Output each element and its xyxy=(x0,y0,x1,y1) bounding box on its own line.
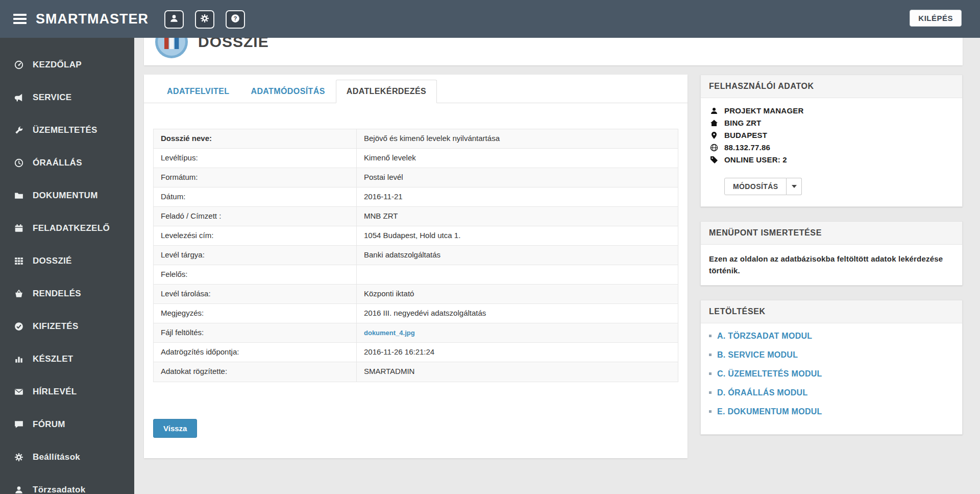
row-label: Dátum: xyxy=(154,187,357,206)
sidebar-item-uzemeltetes[interactable]: ÜZEMELTETÉS xyxy=(0,114,134,147)
comment-icon xyxy=(14,420,26,429)
bullet-icon xyxy=(709,410,712,413)
row-value: 2016 III. negyedévi adatszolgáltatás xyxy=(357,304,678,323)
row-value: Központi iktató xyxy=(357,285,678,303)
tab-adatfelvitel[interactable]: ADATFELVITEL xyxy=(156,80,240,103)
sidebar-item-kifizetes[interactable]: KIFIZETÉS xyxy=(0,310,134,343)
table-row: Levelezési cím: 1054 Budapest, Hold utca… xyxy=(154,226,678,246)
ip-address-line: 88.132.77.86 xyxy=(709,143,954,152)
sidebar-item-torzsadatok[interactable]: Törzsadatok xyxy=(0,474,134,494)
row-label: Levéltípus: xyxy=(154,149,357,168)
tag-icon xyxy=(709,156,719,164)
topbar-icon-group: ? xyxy=(164,10,245,29)
table-row: Adatrögzítés időpontja: 2016-11-26 16:21… xyxy=(154,343,678,362)
table-row: Levéltípus: Kimenő levelek xyxy=(154,149,678,168)
menu-info-card-title: MENÜPONT ISMERTETÉSE xyxy=(701,222,962,245)
globe-icon xyxy=(709,144,719,152)
profile-button[interactable] xyxy=(164,10,184,29)
uploaded-file-link[interactable]: dokument_4.jpg xyxy=(364,329,415,337)
row-value: MNB ZRT xyxy=(357,207,678,226)
row-label: Fájl feltöltés: xyxy=(154,323,357,342)
download-link-torzsadat-modul[interactable]: A. TÖRZSADAT MODUL xyxy=(717,332,812,341)
user-data-card: FELHASZNÁLÓI ADATOK PROJEKT MANAGER BING… xyxy=(700,75,963,207)
settings-button[interactable] xyxy=(195,10,214,29)
sidebar-item-kezdolap[interactable]: KEZDŐLAP xyxy=(0,49,134,81)
table-row: Felelős: xyxy=(154,265,678,285)
tab-bar: ADATFELVITEL ADATMÓDOSÍTÁS ADATLEKÉRDEZÉ… xyxy=(144,75,688,103)
sidebar-item-dokumentum[interactable]: DOKUMENTUM xyxy=(0,179,134,212)
table-row: Megjegyzés: 2016 III. negyedévi adatszol… xyxy=(154,304,678,323)
downloads-card: LETÖLTÉSEK A. TÖRZSADAT MODUL B. SERVICE… xyxy=(700,300,963,435)
sidebar-item-dosszie[interactable]: DOSSZIÉ xyxy=(0,245,134,277)
download-item: C. ÜZEMELTETÉS MODUL xyxy=(709,369,954,379)
wrench-icon xyxy=(14,126,26,135)
bullet-icon xyxy=(709,335,712,337)
user-role-line: PROJEKT MANAGER xyxy=(709,106,954,115)
svg-text:?: ? xyxy=(234,15,237,21)
app-brand: SMARTMASTER xyxy=(36,11,149,27)
download-link-service-modul[interactable]: B. SERVICE MODUL xyxy=(717,350,798,360)
sidebar-item-oraallas[interactable]: ÓRAÁLLÁS xyxy=(0,147,134,179)
bullhorn-icon xyxy=(14,93,26,102)
row-value: 1054 Budapest, Hold utca 1. xyxy=(357,226,678,245)
row-label: Felelős: xyxy=(154,265,357,284)
menu-info-card: MENÜPONT ISMERTETÉSE Ezen az oldalon az … xyxy=(700,221,963,286)
sidebar-item-forum[interactable]: FÓRUM xyxy=(0,408,134,441)
table-row: Fájl feltöltés: dokument_4.jpg xyxy=(154,323,678,343)
row-value: Bejövő és kimenő levelek nyilvántartása xyxy=(357,129,678,148)
user-icon xyxy=(709,107,719,115)
gear-icon xyxy=(14,453,26,462)
main-content: DOSSZIÉ ADATFELVITEL ADATMÓDOSÍTÁS ADATL… xyxy=(134,0,980,458)
city-line: BUDAPEST xyxy=(709,131,954,139)
row-value xyxy=(357,265,678,284)
row-value: Kimenő levelek xyxy=(357,149,678,168)
caret-down-icon xyxy=(792,185,797,188)
modify-dropdown-button[interactable] xyxy=(787,178,802,195)
sidebar-item-rendeles[interactable]: RENDELÉS xyxy=(0,277,134,310)
table-row: Dosszié neve: Bejövő és kimenő levelek n… xyxy=(154,129,678,149)
dossier-panel: ADATFELVITEL ADATMÓDOSÍTÁS ADATLEKÉRDEZÉ… xyxy=(144,75,688,458)
user-icon xyxy=(14,485,26,494)
sidebar-item-keszlet[interactable]: KÉSZLET xyxy=(0,343,134,375)
table-row: Levél tárolása: Központi iktató xyxy=(154,285,678,304)
row-label: Levelezési cím: xyxy=(154,226,357,245)
sidebar-item-hirlevel[interactable]: HÍRLEVÉL xyxy=(0,375,134,408)
back-button[interactable]: Vissza xyxy=(153,419,197,438)
row-value: dokument_4.jpg xyxy=(357,323,678,342)
download-link-oraallas-modul[interactable]: D. ÓRAÁLLÁS MODUL xyxy=(717,388,808,397)
row-label: Megjegyzés: xyxy=(154,304,357,323)
sidebar-item-service[interactable]: SERVICE xyxy=(0,81,134,114)
logout-button[interactable]: KILÉPÉS xyxy=(910,10,962,27)
topbar: SMARTMASTER ? KILÉPÉS xyxy=(0,0,980,38)
dashboard-icon xyxy=(14,60,26,69)
sidebar-item-feladatkezelo[interactable]: FELADATKEZELŐ xyxy=(0,212,134,245)
download-link-dokumentum-modul[interactable]: E. DOKUMENTUM MODUL xyxy=(717,407,822,416)
sidebar-item-beallitasok[interactable]: Beállítások xyxy=(0,441,134,474)
hamburger-menu-icon[interactable] xyxy=(13,12,29,26)
row-value: 2016-11-21 xyxy=(357,187,678,206)
bullet-icon xyxy=(709,354,712,356)
company-line: BING ZRT xyxy=(709,119,954,127)
help-button[interactable]: ? xyxy=(226,10,245,29)
bar-chart-icon xyxy=(14,355,26,364)
tab-adatlekerdezes[interactable]: ADATLEKÉRDEZÉS xyxy=(336,80,437,103)
row-label: Feladó / Címzett : xyxy=(154,207,357,226)
table-row: Feladó / Címzett : MNB ZRT xyxy=(154,207,678,226)
online-users-line: ONLINE USER: 2 xyxy=(709,155,954,164)
row-value: Postai levél xyxy=(357,168,678,187)
check-circle-icon xyxy=(14,322,26,331)
table-row: Dátum: 2016-11-21 xyxy=(154,187,678,207)
table-row: Adatokat rögzítette: SMARTADMIN xyxy=(154,362,678,382)
download-link-uzemeltetes-modul[interactable]: C. ÜZEMELTETÉS MODUL xyxy=(717,369,822,379)
clock-icon xyxy=(14,158,26,168)
right-column: FELHASZNÁLÓI ADATOK PROJEKT MANAGER BING… xyxy=(700,75,963,449)
download-item: B. SERVICE MODUL xyxy=(709,350,954,360)
downloads-card-title: LETÖLTÉSEK xyxy=(701,300,962,323)
row-label: Dosszié neve: xyxy=(154,129,357,148)
modify-button[interactable]: MÓDOSÍTÁS xyxy=(724,178,787,195)
folder-icon xyxy=(14,191,26,200)
grid-icon xyxy=(14,256,26,266)
user-data-card-title: FELHASZNÁLÓI ADATOK xyxy=(701,75,962,98)
tab-adatmodositas[interactable]: ADATMÓDOSÍTÁS xyxy=(240,80,335,103)
gear-icon xyxy=(200,14,209,25)
